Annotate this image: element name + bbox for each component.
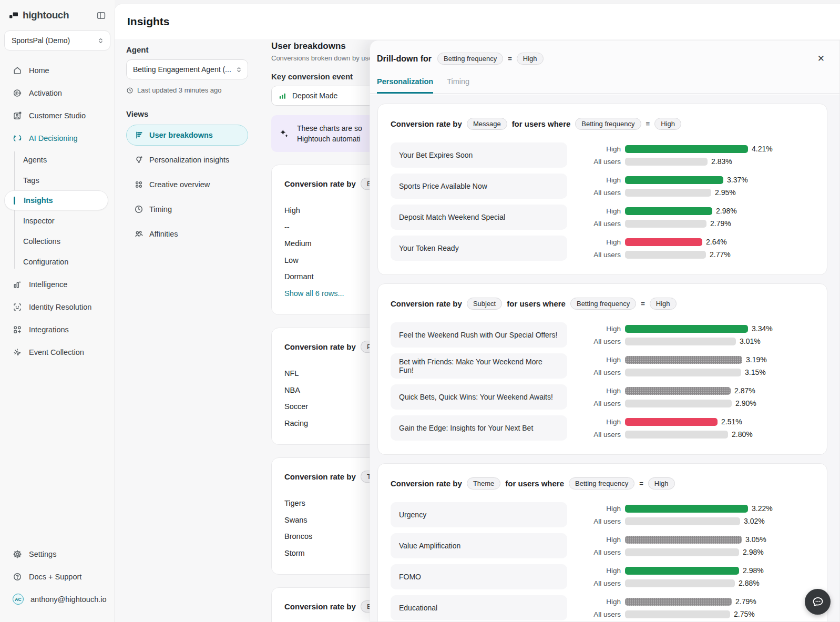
sidebar-item-home[interactable]: Home (0, 59, 115, 81)
bar-line: High 4.21% (586, 145, 773, 153)
filter-value-pill[interactable]: High (517, 53, 544, 65)
filter-dimension-pill[interactable]: Betting frequency (437, 53, 503, 65)
chat-launcher-button[interactable] (805, 589, 831, 615)
dimension-pill[interactable]: Subject (467, 298, 502, 310)
dimension-pill[interactable]: Theme (467, 477, 500, 490)
chart-row: Your Token Ready High 2.64% All users 2.… (391, 236, 814, 261)
creative-icon (134, 180, 144, 189)
agent-selector[interactable]: Betting Engagement Agent (... (126, 59, 248, 79)
sidebar-item-docs-support[interactable]: Docs + Support (0, 565, 115, 588)
sparkles-icon (279, 123, 290, 144)
activation-icon (13, 88, 22, 98)
bar-value: 2.98% (743, 548, 764, 556)
bar-line: High 2.98% (586, 567, 764, 575)
conversion-bar-high (625, 356, 742, 364)
bar-value: 3.05% (745, 535, 766, 544)
series-label: All users (586, 251, 621, 259)
chart-row: Bet with Friends: Make Your Weekend More… (391, 353, 814, 379)
chart-row: Deposit Match Weekend Special High 2.98%… (391, 205, 814, 230)
conversion-bar-high (625, 238, 702, 246)
views-list: User breakdownsPersonalization insightsC… (126, 125, 248, 244)
card-title: Conversion rate by Subject for users whe… (391, 298, 814, 310)
card-title: Conversion rate by Message for users whe… (391, 118, 814, 130)
chart-row: Your Bet Expires Soon High 4.21% All use… (391, 142, 814, 168)
chevron-updown-icon (235, 66, 243, 74)
series-label: All users (586, 338, 621, 345)
filter-value-pill[interactable]: High (654, 118, 681, 130)
bar-value: 2.64% (706, 238, 727, 246)
sidebar-item-identity-resolution[interactable]: Identity Resolution (0, 295, 115, 318)
view-item-creative-overview[interactable]: Creative overview (126, 174, 248, 195)
category-label: Your Token Ready (391, 236, 567, 261)
conversion-bar-all-users (625, 189, 711, 197)
banner-line-2: Hightouch automati (297, 134, 362, 144)
sidebar-item-inspector[interactable]: Inspector (0, 210, 115, 231)
view-item-personalization-insights[interactable]: Personalization insights (126, 149, 248, 170)
sidebar-item-event-collection[interactable]: Event Collection (0, 341, 115, 363)
sidebar-item-activation[interactable]: Activation (0, 81, 115, 104)
sidebar-item-configuration[interactable]: Configuration (0, 251, 115, 272)
conversion-bar-all-users (625, 548, 739, 556)
chart-row: Sports Price Available Now High 3.37% Al… (391, 174, 814, 199)
drawer-tabs: PersonalizationTiming (370, 77, 839, 94)
affinities-icon (134, 229, 144, 239)
filter-dimension-pill[interactable]: Betting frequency (569, 477, 634, 490)
chat-bubble-icon (811, 595, 825, 609)
ai-decisioning-icon (13, 134, 22, 143)
bar-line: All users 3.01% (586, 338, 773, 345)
conversion-bar-high (625, 505, 748, 513)
last-updated: Last updated 3 minutes ago (126, 86, 248, 94)
bar-value: 3.22% (752, 504, 773, 513)
series-label: High (586, 536, 621, 544)
drill-down-drawer: Drill-down for Betting frequency = High … (370, 40, 840, 622)
view-item-affinities[interactable]: Affinities (126, 223, 248, 244)
category-label: Feel the Weekend Rush with Our Special O… (391, 322, 567, 348)
filter-dimension-pill[interactable]: Betting frequency (570, 298, 636, 310)
sidebar-item-settings[interactable]: Settings (0, 543, 115, 565)
bar-line: High 2.79% (586, 598, 756, 606)
conversion-rate-card: Conversion rate by Subject for users whe… (377, 283, 827, 455)
workspace-selector[interactable]: SportsPal (Demo) (4, 30, 110, 50)
bar-value: 2.75% (734, 610, 755, 618)
series-label: High (586, 418, 621, 426)
series-label: High (586, 567, 621, 575)
tab-personalization[interactable]: Personalization (377, 77, 433, 94)
category-label: Gain the Edge: Insights for Your Next Be… (391, 415, 567, 441)
chart-row: Feel the Weekend Rush with Our Special O… (391, 322, 814, 348)
chart-row: Educational High 2.79% All users 2.75% (391, 595, 814, 620)
filter-dimension-pill[interactable]: Betting frequency (575, 118, 641, 130)
dimension-pill[interactable]: Message (467, 118, 507, 130)
sidebar-item-ai-decisioning[interactable]: AI Decisioning (0, 127, 115, 149)
sidebar-item-tags[interactable]: Tags (0, 170, 115, 190)
main-page: Insights Agent Betting Engagement Agent … (115, 4, 840, 622)
bar-value: 2.88% (739, 579, 760, 587)
sidebar-item-customer-studio[interactable]: Customer Studio (0, 104, 115, 127)
drawer-title: Drill-down for (377, 54, 432, 64)
sidebar-item-intelligence[interactable]: Intelligence (0, 273, 115, 295)
series-label: All users (586, 548, 621, 556)
filter-value-pill[interactable]: High (650, 298, 677, 310)
sidebar-item-agents[interactable]: Agents (0, 149, 115, 170)
bar-value: 3.19% (746, 355, 767, 364)
series-label: High (586, 238, 621, 246)
filter-value-pill[interactable]: High (648, 477, 675, 490)
conversion-bar-high (625, 567, 739, 575)
bar-line: All users 2.88% (586, 579, 764, 587)
conversion-bar-all-users (625, 220, 706, 228)
bar-line: High 2.64% (586, 238, 731, 246)
sidebar-item-account[interactable]: AC anthony@hightouch.io (0, 588, 115, 610)
bar-value: 3.15% (745, 368, 766, 376)
category-label: FOMO (391, 564, 567, 589)
chart-row: Quick Bets, Quick Wins: Your Weekend Awa… (391, 384, 814, 410)
collapse-sidebar-icon[interactable] (96, 11, 106, 21)
sidebar-item-integrations[interactable]: Integrations (0, 318, 115, 341)
sidebar-item-collections[interactable]: Collections (0, 231, 115, 251)
sidebar-item-insights[interactable]: Insights (4, 190, 108, 210)
close-icon[interactable]: ✕ (813, 51, 829, 66)
view-item-user-breakdowns[interactable]: User breakdowns (126, 125, 248, 146)
conversion-bar-high (625, 176, 723, 184)
tab-timing[interactable]: Timing (447, 77, 469, 94)
bar-line: All users 2.79% (586, 220, 737, 228)
bar-value: 2.77% (710, 250, 731, 259)
view-item-timing[interactable]: Timing (126, 199, 248, 220)
